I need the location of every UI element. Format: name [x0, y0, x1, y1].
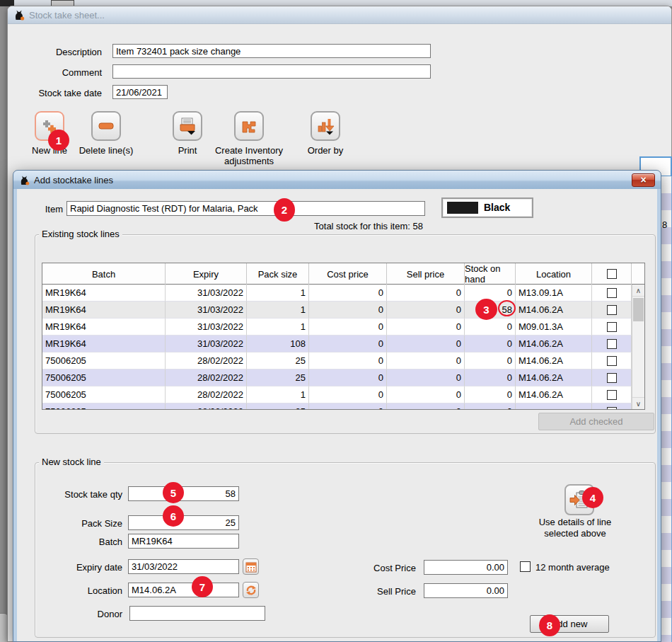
table-body: MR19K64 31/03/2022 1 0 0 0 M13.09.1A MR1…	[42, 285, 632, 409]
cell-soh: 0	[465, 369, 516, 386]
stock-take-sheet-titlebar[interactable]: Stock take sheet...	[8, 6, 671, 24]
col-location[interactable]: Location	[516, 263, 592, 285]
row-checkbox[interactable]	[607, 407, 617, 410]
donor-input[interactable]	[129, 606, 265, 621]
donor-label: Donor	[28, 609, 122, 619]
cell-location: M09.01.3A	[516, 319, 592, 336]
close-button[interactable]: ×	[632, 173, 655, 187]
annotation-3-ring	[498, 300, 516, 316]
batch-input[interactable]	[128, 534, 239, 549]
delete-lines-button[interactable]	[91, 111, 121, 141]
table-row[interactable]: MR19K64 31/03/2022 108 0 0 0 M14.06.2A	[42, 336, 632, 352]
table-row[interactable]: 75006205 28/02/2022 1 0 0 0 M14.06.2A	[42, 386, 632, 403]
table-row[interactable]: MR19K64 31/03/2022 1 0 0 0 M13.09.1A	[42, 285, 632, 302]
row-checkbox[interactable]	[607, 305, 617, 315]
row-checkbox[interactable]	[607, 356, 617, 366]
cell-location: M13.09.1A	[516, 285, 592, 302]
sell-price-input[interactable]	[424, 583, 508, 598]
description-label: Description	[8, 47, 108, 57]
use-details-caption: Use details of line selected above	[511, 517, 639, 539]
table-row[interactable]: MR19K64 31/03/2022 1 0 0 58 M14.06.2A	[42, 302, 632, 319]
col-cost-price[interactable]: Cost price	[309, 263, 387, 285]
annotation-6: 6	[163, 505, 184, 527]
sell-price-label: Sell Price	[339, 586, 416, 597]
pack-size-label: Pack Size	[28, 518, 122, 529]
create-inventory-adjustments-button[interactable]	[234, 111, 264, 141]
cell-location: M14.06.2A	[516, 369, 592, 386]
comment-input[interactable]	[112, 64, 431, 79]
cell-location: M14.06.2A	[516, 386, 592, 403]
annotation-4: 4	[582, 487, 603, 508]
scroll-down-icon[interactable]: ∨	[632, 397, 644, 409]
row-checkbox[interactable]	[607, 390, 617, 400]
cell-location: M14.06.2A	[516, 336, 592, 352]
cell-expiry: 31/03/2022	[166, 285, 247, 302]
cost-price-input[interactable]	[424, 560, 508, 575]
order-by-button[interactable]	[311, 111, 340, 141]
color-selector[interactable]: Black	[441, 197, 533, 218]
col-pack-size[interactable]: Pack size	[247, 263, 309, 285]
twelve-month-average-checkbox[interactable]	[520, 561, 531, 572]
cell-cost: 0	[309, 336, 387, 352]
cell-expiry: 28/02/2022	[166, 369, 247, 386]
row-checkbox[interactable]	[607, 373, 617, 383]
scroll-up-icon[interactable]: ∧	[632, 285, 644, 297]
table-row[interactable]: 75006205 28/02/2022 25 0 0 0 M14.06.2A	[42, 352, 632, 369]
cell-pack: 1	[247, 386, 309, 403]
order-by-icon	[316, 117, 335, 135]
location-input[interactable]	[128, 583, 239, 597]
refresh-location-button[interactable]	[243, 582, 259, 598]
item-input[interactable]	[66, 201, 425, 216]
annotation-3: 3	[475, 299, 497, 320]
dialog-titlebar[interactable]: Add stocktake lines	[13, 171, 661, 189]
add-checked-button[interactable]: Add checked	[538, 413, 654, 430]
cell-cost: 0	[309, 369, 387, 386]
scrollbar-thumb[interactable]	[633, 298, 644, 321]
table-row[interactable]: MR19K64 31/03/2022 1 0 0 0 M09.01.3A	[42, 319, 632, 336]
cell-soh: 0	[465, 336, 516, 352]
cell-batch: MR19K64	[42, 336, 166, 352]
description-input[interactable]	[112, 44, 431, 58]
create-inventory-line1: Create Inventory	[215, 145, 283, 156]
stock-take-date-input[interactable]	[112, 85, 168, 99]
select-all-checkbox[interactable]	[607, 269, 617, 279]
calendar-icon	[245, 561, 257, 573]
total-stock-text: Total stock for this item: 58	[170, 221, 567, 231]
row-checkbox[interactable]	[607, 339, 617, 349]
print-icon	[178, 117, 197, 135]
cell-cost: 0	[309, 403, 387, 409]
item-label: Item	[28, 204, 63, 214]
row-checkbox[interactable]	[607, 288, 617, 298]
annotation-7: 7	[192, 576, 213, 597]
cell-pack: 108	[247, 336, 309, 352]
row-checkbox[interactable]	[607, 322, 617, 332]
calendar-button[interactable]	[243, 558, 259, 575]
cell-cost: 0	[309, 285, 387, 302]
annotation-8: 8	[539, 614, 560, 636]
cell-cost: 0	[309, 319, 387, 336]
cell-cost: 0	[309, 386, 387, 403]
annotation-2: 2	[274, 198, 295, 222]
stock-lines-table: Batch Expiry Pack size Cost price Sell p…	[42, 263, 645, 410]
existing-stock-lines-label: Existing stock lines	[39, 229, 122, 239]
table-row[interactable]: 75006205 28/02/2022 25 0 0 0	[42, 403, 632, 409]
location-label: Location	[28, 585, 122, 596]
table-row[interactable]: 75006205 28/02/2022 25 0 0 0 M14.06.2A	[42, 369, 632, 386]
cell-sell: 0	[387, 352, 465, 369]
cell-expiry: 28/02/2022	[166, 386, 247, 403]
comment-label: Comment	[8, 67, 108, 78]
twelve-month-average-label: 12 month average	[535, 562, 610, 573]
create-inventory-label: Create Inventory adjustments	[210, 145, 288, 166]
col-stock-on-hand[interactable]: Stock on hand	[465, 263, 516, 285]
cell-soh: 0	[465, 352, 516, 369]
col-sell-price[interactable]: Sell price	[387, 263, 465, 285]
col-batch[interactable]: Batch	[42, 263, 166, 285]
col-expiry[interactable]: Expiry	[166, 263, 247, 285]
table-scrollbar[interactable]: ∧ ∨	[632, 285, 644, 409]
close-icon: ×	[640, 174, 646, 185]
print-button[interactable]	[173, 111, 202, 141]
cell-pack: 1	[247, 319, 309, 336]
expiry-date-input[interactable]	[128, 559, 239, 574]
cell-sell: 0	[387, 369, 465, 386]
cell-expiry: 28/02/2022	[166, 352, 247, 369]
